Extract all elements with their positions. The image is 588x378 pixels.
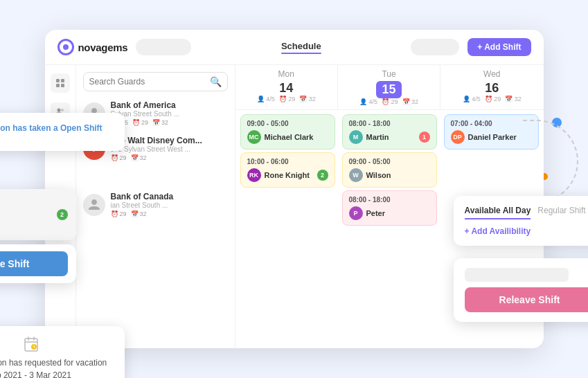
app-name: novagems [78, 42, 128, 53]
nav-pill-1 [136, 39, 191, 55]
sched-col-mon: 09:00 - 05:00 MC Michael Clark 10:00 - 0… [238, 114, 337, 226]
search-bar[interactable]: 🔍 [83, 72, 228, 91]
shift-time-mon-1: 10:00 - 06:00 [247, 158, 328, 165]
vacation-icon [0, 336, 114, 352]
shift-avatar-wed-0: DP [451, 130, 465, 144]
wilson-shift-time: 09:00 - 05:00 [0, 196, 68, 204]
day-col-wed: Wed 16 👤 4/5 ⏰ 29 📅 32 [440, 65, 543, 109]
relieve-bar [465, 268, 569, 282]
day-stats-wed: 👤 4/5 ⏰ 29 📅 32 [447, 96, 536, 102]
guard-sub-1: 972 Sylvan Street West ... [111, 145, 228, 153]
availability-tabs: Available All Day Regular Shift [465, 206, 589, 219]
arc-decoration [523, 120, 578, 203]
sidebar-icon-grid[interactable] [51, 73, 70, 93]
shift-person-tue-0: M Martin 1 [349, 130, 430, 144]
shift-time-mon-0: 09:00 - 05:00 [247, 120, 328, 127]
take-shift-card: Take Shift [0, 244, 76, 283]
logo-icon [57, 39, 74, 55]
day-stats-tue: 👤 4/5 ⏰ 29 📅 32 [345, 98, 433, 105]
wilson-shift-card[interactable]: 09:00 - 05:00 W Wilson 2 📅⏰ [0, 189, 76, 240]
add-shift-button[interactable]: + Add Shift [467, 38, 531, 56]
day-num-wed: 16 [447, 81, 536, 96]
shift-name-mon-1: Rone Knight [265, 171, 310, 179]
shift-card-tue-2[interactable]: 08:00 - 18:00 P Peter [342, 190, 437, 226]
shift-card-mon-0[interactable]: 09:00 - 05:00 MC Michael Clark [240, 114, 335, 150]
guard-info-1: The Walt Disney Com... 972 Sylvan Street… [111, 136, 228, 161]
shift-time-tue-1: 09:00 - 05:00 [349, 158, 430, 165]
avail-tab-regular[interactable]: Regular Shift [537, 206, 585, 219]
guard-sub-2: ian Street South ... [111, 201, 228, 209]
guard-meta-2: ⏰ 29 📅 32 [111, 210, 228, 217]
shift-avatar-tue-1: W [349, 168, 363, 182]
day-num-tue: 15 [376, 81, 401, 98]
guard-row-2[interactable]: Bank of Canada ian Street South ... ⏰ 29… [76, 187, 235, 222]
search-icon: 🔍 [210, 76, 222, 87]
day-headers: Mon 14 👤 4/5 ⏰ 29 📅 32 Tue 15 👤 4/5 ⏰ 29… [235, 65, 544, 110]
shift-avatar-mon-0: MC [247, 130, 261, 144]
shift-avatar-mon-1: RK [247, 168, 261, 182]
availability-card: Available All Day Regular Shift Add Avai… [454, 196, 589, 246]
shift-card-mon-1[interactable]: 10:00 - 06:00 RK Rone Knight 2 [240, 152, 335, 188]
day-name-tue: Tue [345, 69, 433, 79]
shift-name-tue-2: Peter [366, 209, 386, 217]
day-name-wed: Wed [447, 69, 536, 79]
vacation-text: Duane Harrison has requested for vacatio… [0, 357, 114, 378]
svg-rect-2 [56, 84, 60, 87]
notification-text: Duane Harrison has taken a Open Shift [0, 123, 114, 134]
top-nav: novagems Schedule + Add Shift [45, 30, 544, 65]
relieve-shift-button[interactable]: Releave Shift [465, 287, 589, 312]
shift-badge-mon-1: 2 [317, 170, 328, 181]
guard-avatar-2 [83, 194, 105, 216]
shift-time-wed-0: 07:00 - 04:00 [451, 120, 532, 127]
guards-panel: 🔍 Bank of America Sylvan Street South ..… [76, 65, 235, 349]
day-col-mon: Mon 14 👤 4/5 ⏰ 29 📅 32 [235, 65, 338, 109]
search-input[interactable] [89, 77, 206, 87]
main-card: novagems Schedule + Add Shift [45, 30, 544, 348]
svg-point-5 [61, 109, 64, 111]
shift-name-tue-1: Wilson [366, 171, 391, 179]
shift-person-wed-0: DP Daniel Parker [451, 130, 532, 144]
guard-info-2: Bank of Canada ian Street South ... ⏰ 29… [111, 192, 228, 217]
sched-col-tue: 08:00 - 18:00 M Martin 1 09:00 - 05:00 W… [340, 114, 439, 226]
logo: novagems [57, 39, 128, 55]
add-availability-link[interactable]: Add Availibility [465, 226, 589, 236]
guard-name-1: The Walt Disney Com... [111, 136, 228, 145]
shift-card-tue-1[interactable]: 09:00 - 05:00 W Wilson [342, 152, 437, 188]
logo-inner [63, 44, 69, 50]
wilson-row: W Wilson 2 [0, 207, 68, 222]
nav-schedule[interactable]: Schedule [278, 41, 324, 54]
shift-card-tue-0[interactable]: 08:00 - 18:00 M Martin 1 [342, 114, 437, 150]
svg-rect-0 [56, 79, 60, 82]
svg-point-4 [57, 109, 60, 112]
guard-meta-0: 👤 4/5 ⏰ 29 📅 32 [111, 119, 228, 126]
day-name-mon: Mon [242, 69, 330, 79]
wilson-badge: 2 [57, 209, 68, 220]
shift-name-mon-0: Michael Clark [265, 133, 314, 141]
day-stats-mon: 👤 4/5 ⏰ 29 📅 32 [242, 96, 330, 102]
shift-time-tue-0: 08:00 - 18:00 [349, 120, 430, 127]
guard-info-0: Bank of America Sylvan Street South ... … [111, 100, 228, 126]
avail-tab-all-day[interactable]: Available All Day [465, 206, 531, 219]
shift-person-mon-1: RK Rone Knight 2 [247, 168, 328, 182]
spacer [76, 166, 235, 187]
notification-card: Duane Harrison has taken a Open Shift [0, 113, 125, 151]
nav-pill-2 [411, 39, 459, 55]
guard-meta-1: ⏰ 29 📅 32 [111, 154, 228, 161]
shift-person-tue-2: P Peter [349, 206, 430, 220]
shift-avatar-tue-0: M [349, 130, 363, 144]
shift-name-wed-0: Daniel Parker [468, 133, 517, 141]
svg-rect-3 [61, 84, 64, 87]
shift-person-tue-1: W Wilson [349, 168, 430, 182]
take-shift-button[interactable]: Take Shift [0, 251, 68, 276]
shift-person-mon-0: MC Michael Clark [247, 130, 328, 144]
day-num-mon: 14 [242, 81, 330, 96]
shift-avatar-tue-2: P [349, 206, 363, 220]
shift-badge-tue-0: 1 [419, 132, 430, 143]
guard-name-0: Bank of America [111, 100, 228, 110]
vacation-card: Duane Harrison has requested for vacatio… [0, 326, 125, 378]
guard-name-2: Bank of Canada [111, 192, 228, 201]
svg-rect-1 [61, 79, 64, 82]
relieve-shift-card: Releave Shift [454, 258, 589, 322]
day-col-tue: Tue 15 👤 4/5 ⏰ 29 📅 32 [338, 65, 440, 109]
shift-time-tue-2: 08:00 - 18:00 [349, 196, 430, 204]
